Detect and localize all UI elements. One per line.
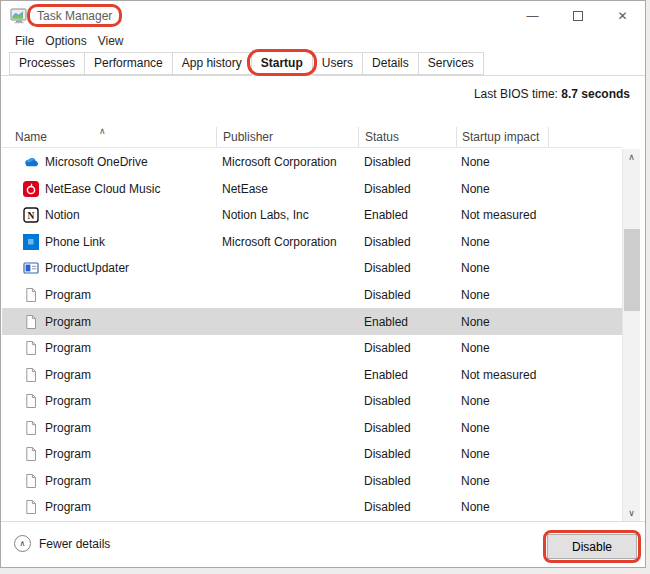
- program-icon: [23, 499, 39, 515]
- table-row[interactable]: Microsoft OneDriveMicrosoft CorporationD…: [2, 149, 622, 176]
- table-row[interactable]: ProgramDisabledNone: [2, 494, 622, 521]
- close-icon: ✕: [617, 9, 627, 23]
- table-row[interactable]: ProgramDisabledNone: [2, 441, 622, 468]
- vertical-scrollbar[interactable]: ∧ ∨: [622, 149, 640, 521]
- maximize-button[interactable]: [555, 1, 600, 31]
- fewer-details-toggle[interactable]: ∧ Fewer details: [14, 535, 110, 552]
- minimize-button[interactable]: —: [510, 1, 555, 31]
- cell-status: Disabled: [358, 155, 456, 169]
- cell-startup-impact: None: [456, 341, 622, 355]
- cell-startup-impact: None: [456, 421, 622, 435]
- chevron-up-icon: ∧: [20, 539, 26, 548]
- disable-button[interactable]: Disable: [547, 534, 637, 559]
- cell-status: Disabled: [358, 261, 456, 275]
- scroll-up-button[interactable]: ∧: [623, 149, 640, 165]
- column-header-status[interactable]: Status: [358, 127, 456, 147]
- last-bios-time-label: Last BIOS time:: [474, 87, 558, 101]
- cell-status: Disabled: [358, 288, 456, 302]
- cell-name: Program: [45, 447, 216, 461]
- program-icon: [23, 314, 39, 330]
- table-row[interactable]: ProgramEnabledNot measured: [2, 361, 622, 388]
- menu-item-options[interactable]: Options: [45, 34, 86, 48]
- sort-ascending-icon: ∧: [99, 126, 106, 136]
- table-row[interactable]: ProgramDisabledNone: [2, 414, 622, 441]
- column-header-empty: [548, 127, 622, 147]
- scroll-up-icon: ∧: [628, 152, 635, 162]
- window-controls: — ✕: [510, 1, 645, 31]
- cell-status: Disabled: [358, 421, 456, 435]
- table-row[interactable]: ProgramDisabledNone: [2, 388, 622, 415]
- scroll-down-button[interactable]: ∨: [623, 505, 640, 521]
- tab-app-history[interactable]: App history: [173, 52, 252, 75]
- netease-icon: [23, 181, 39, 197]
- task-manager-window: Task Manager — ✕ FileOptionsView Process…: [0, 0, 646, 568]
- table-row[interactable]: Phone LinkMicrosoft CorporationDisabledN…: [2, 229, 622, 256]
- cell-publisher: Microsoft Corporation: [216, 235, 358, 249]
- cell-status: Disabled: [358, 394, 456, 408]
- menu-bar: FileOptionsView: [1, 31, 645, 50]
- startup-list: Microsoft OneDriveMicrosoft CorporationD…: [2, 149, 622, 521]
- cell-status: Enabled: [358, 208, 456, 222]
- cell-publisher: Notion Labs, Inc: [216, 208, 358, 222]
- cell-name: NetEase Cloud Music: [45, 182, 216, 196]
- phone-link-icon: [23, 234, 39, 250]
- scroll-down-icon: ∨: [628, 508, 635, 518]
- table-row[interactable]: ProgramDisabledNone: [2, 335, 622, 362]
- program-icon: [23, 340, 39, 356]
- column-header-name[interactable]: Name ∧: [2, 127, 216, 147]
- table-row[interactable]: NetEase Cloud MusicNetEaseDisabledNone: [2, 176, 622, 203]
- title-bar: Task Manager — ✕: [1, 1, 645, 31]
- cell-name: ProductUpdater: [45, 261, 216, 275]
- menu-item-view[interactable]: View: [98, 34, 124, 48]
- cell-name: Program: [45, 394, 216, 408]
- cell-name: Program: [45, 500, 216, 514]
- table-row[interactable]: ProductUpdaterDisabledNone: [2, 255, 622, 282]
- tab-performance[interactable]: Performance: [85, 52, 173, 75]
- cell-startup-impact: None: [456, 394, 622, 408]
- table-row[interactable]: ProgramDisabledNone: [2, 282, 622, 309]
- cell-status: Disabled: [358, 182, 456, 196]
- column-header-startup-impact[interactable]: Startup impact: [456, 127, 548, 147]
- footer-bar: ∧ Fewer details Disable: [1, 521, 645, 567]
- cell-status: Disabled: [358, 341, 456, 355]
- cell-publisher: Microsoft Corporation: [216, 155, 358, 169]
- cell-name: Program: [45, 421, 216, 435]
- cell-status: Disabled: [358, 235, 456, 249]
- cell-startup-impact: None: [456, 500, 622, 514]
- cell-startup-impact: Not measured: [456, 208, 622, 222]
- column-headers: Name ∧ Publisher Status Startup impact: [2, 127, 622, 148]
- cell-startup-impact: None: [456, 261, 622, 275]
- tab-startup[interactable]: Startup: [252, 50, 313, 76]
- menu-item-file[interactable]: File: [15, 34, 34, 48]
- onedrive-icon: [23, 154, 39, 170]
- cell-startup-impact: None: [456, 288, 622, 302]
- collapse-circle-icon: ∧: [14, 535, 31, 552]
- cell-startup-impact: None: [456, 155, 622, 169]
- table-row[interactable]: ProgramEnabledNone: [2, 308, 622, 335]
- last-bios-time-value: 8.7 seconds: [561, 87, 630, 101]
- tab-details[interactable]: Details: [363, 52, 419, 75]
- cell-status: Disabled: [358, 500, 456, 514]
- table-row[interactable]: NNotionNotion Labs, IncEnabledNot measur…: [2, 202, 622, 229]
- minimize-icon: —: [527, 9, 539, 23]
- tab-users[interactable]: Users: [313, 52, 363, 75]
- cell-name: Microsoft OneDrive: [45, 155, 216, 169]
- tab-processes[interactable]: Processes: [9, 52, 85, 75]
- program-icon: [23, 393, 39, 409]
- cell-name: Program: [45, 474, 216, 488]
- table-row[interactable]: ProgramDisabledNone: [2, 468, 622, 495]
- column-header-publisher[interactable]: Publisher: [216, 127, 358, 147]
- scrollbar-thumb[interactable]: [624, 229, 640, 311]
- program-icon: [23, 446, 39, 462]
- cell-status: Disabled: [358, 474, 456, 488]
- window-title: Task Manager: [35, 8, 114, 24]
- program-icon: [23, 473, 39, 489]
- task-manager-app-icon: [10, 7, 28, 25]
- tab-bar: ProcessesPerformanceApp historyStartupUs…: [1, 50, 645, 76]
- cell-startup-impact: None: [456, 474, 622, 488]
- close-button[interactable]: ✕: [600, 1, 645, 31]
- tab-services[interactable]: Services: [419, 52, 484, 75]
- cell-publisher: NetEase: [216, 182, 358, 196]
- cell-startup-impact: None: [456, 315, 622, 329]
- svg-text:N: N: [28, 211, 35, 221]
